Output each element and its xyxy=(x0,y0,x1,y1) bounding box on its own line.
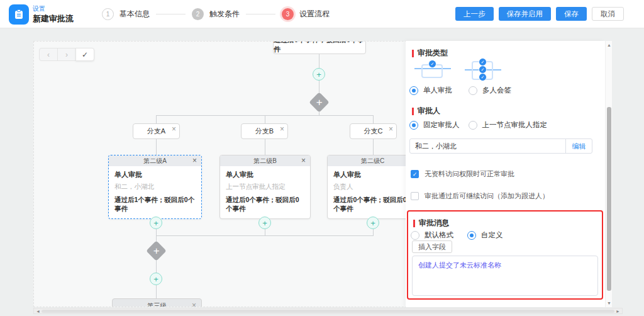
checkbox-no-permission[interactable]: ✓ xyxy=(411,170,419,178)
plus-icon: + xyxy=(153,245,160,256)
step-connector xyxy=(156,14,186,14)
checkbox-continue-access[interactable] xyxy=(411,192,419,200)
section-title-text: 审批类型 xyxy=(418,48,448,59)
flow-line xyxy=(156,285,157,298)
scrollbar-thumb[interactable] xyxy=(607,107,611,291)
card-title: 第二级A xyxy=(143,157,167,166)
step-2-label: 触发条件 xyxy=(209,9,240,20)
plus-icon: + xyxy=(153,275,158,283)
root-event-node[interactable]: 通过后0个事件；驳回后0个事件 xyxy=(273,41,366,54)
branch-node-a[interactable]: 分支A × xyxy=(133,123,180,139)
add-node-button[interactable]: + xyxy=(313,68,325,81)
approval-type-icons: ✓ ✓ ✓ ✓ xyxy=(414,59,501,82)
card-body: 单人审批 上一节点审批人指定 通过后0个事件；驳回后0个事件 xyxy=(220,166,310,218)
scroll-right-icon[interactable]: ► xyxy=(616,308,620,314)
close-icon[interactable]: × xyxy=(389,125,393,133)
flow-line xyxy=(156,139,157,155)
card-header: 第二级A × xyxy=(109,155,201,166)
third-level-node[interactable]: 第三级 × xyxy=(112,298,202,307)
undo-button[interactable]: ‹ xyxy=(39,48,58,61)
radio-single-approval[interactable] xyxy=(409,86,418,95)
close-icon[interactable]: × xyxy=(192,157,197,164)
canvas-horizontal-scrollbar[interactable]: ◄ ► xyxy=(33,308,623,314)
check-icon: ✓ xyxy=(82,50,88,59)
branch-node-b[interactable]: 分支B × xyxy=(241,123,288,139)
approval-card-a[interactable]: 第二级A × 单人审批 和二，小湖北 通过后1个事件；驳回后0个事件 xyxy=(108,155,202,219)
scrollbar-thumb[interactable] xyxy=(42,310,614,313)
card-title: 第二级B xyxy=(253,157,277,166)
close-icon[interactable]: × xyxy=(192,302,196,307)
add-node-button[interactable]: + xyxy=(258,217,271,229)
checkbox-label[interactable]: 审批通过后可继续访问（添加为跟进人） xyxy=(425,191,549,201)
radio-multi-approval[interactable] xyxy=(469,86,477,95)
approval-card-b[interactable]: 第二级B × 单人审批 上一节点审批人指定 通过后0个事件；驳回后0个事件 xyxy=(219,155,311,219)
approval-card-c[interactable]: 第二级C 单人审批 负责人 通过后0个事件；驳回后0个事件 xyxy=(327,155,418,219)
radio-label[interactable]: 单人审批 xyxy=(423,86,452,95)
radio-fixed-approver[interactable] xyxy=(409,121,418,130)
scroll-left-icon[interactable]: ◄ xyxy=(36,308,40,314)
step-2[interactable]: 2 触发条件 xyxy=(192,8,240,20)
checkbox-label[interactable]: 无资料访问权限时可正常审批 xyxy=(425,169,514,179)
add-node-button[interactable]: + xyxy=(150,217,162,229)
flow-line xyxy=(319,54,319,68)
flow-line xyxy=(265,229,265,235)
check-icon: ✓ xyxy=(413,171,418,178)
section-title-text: 审批人 xyxy=(418,106,440,116)
panel-vertical-scrollbar[interactable]: ▲ ▼ xyxy=(605,41,612,307)
flow-line xyxy=(156,115,157,123)
plus-icon: + xyxy=(370,219,375,227)
message-format-options: 默认格式 自定义 xyxy=(411,230,503,240)
plus-icon: + xyxy=(316,71,321,79)
flow-line xyxy=(265,115,265,123)
card-events: 通过后1个事件；驳回后0个事件 xyxy=(114,196,196,213)
card-type: 单人审批 xyxy=(333,170,412,179)
single-approval-icon: ✓ xyxy=(414,59,451,82)
step-1[interactable]: 1 基本信息 xyxy=(102,8,150,20)
node-settings-panel: 审批类型 ✓ ✓ ✓ ✓ 单人审批 多人会签 审批人 固定审批人 上一节点审批人… xyxy=(406,41,605,307)
message-textarea[interactable]: 创建人提交了未云标准名称 xyxy=(412,256,598,296)
card-approver: 和二，小湖北 xyxy=(114,183,196,191)
page-title: 新建审批流 xyxy=(33,13,74,25)
scroll-down-icon[interactable]: ▼ xyxy=(606,301,613,305)
close-icon[interactable]: × xyxy=(280,125,284,133)
cancel-button[interactable]: 取消 xyxy=(592,7,624,21)
radio-label[interactable]: 上一节点审批人指定 xyxy=(482,120,548,130)
step-3[interactable]: 3 设置流程 xyxy=(282,8,330,20)
insert-field-button[interactable]: 插入字段 xyxy=(412,240,452,253)
radio-prev-node-approver[interactable] xyxy=(469,121,477,130)
close-icon[interactable]: × xyxy=(172,125,176,133)
condition-split-node[interactable]: + xyxy=(309,92,330,113)
required-marker xyxy=(413,220,415,227)
flow-line xyxy=(156,235,374,236)
scroll-up-icon[interactable]: ▲ xyxy=(606,43,613,47)
clipboard-icon xyxy=(13,9,25,20)
approver-value: 和二，小湖北 xyxy=(410,142,565,151)
step-1-label: 基本信息 xyxy=(119,9,150,20)
save-enable-button[interactable]: 保存并启用 xyxy=(499,7,552,21)
prev-step-button[interactable]: 上一步 xyxy=(455,7,494,21)
validate-button[interactable]: ✓ xyxy=(75,48,94,61)
flow-line xyxy=(156,259,157,273)
redo-button[interactable]: › xyxy=(57,48,76,61)
card-header: 第二级B × xyxy=(220,155,310,166)
card-events: 通过后0个事件；驳回后0个事件 xyxy=(333,196,412,213)
radio-label[interactable]: 自定义 xyxy=(481,230,503,240)
radio-label[interactable]: 默认格式 xyxy=(425,230,453,240)
radio-label[interactable]: 固定审批人 xyxy=(423,120,460,130)
card-type: 单人审批 xyxy=(226,170,304,179)
approver-options: 固定审批人 上一节点审批人指定 xyxy=(409,120,547,130)
radio-custom-format[interactable] xyxy=(467,231,476,240)
close-icon[interactable]: × xyxy=(301,157,306,164)
card-header: 第二级C xyxy=(328,155,418,166)
branch-node-c[interactable]: 分支C × xyxy=(350,123,397,139)
chevron-left-icon: ‹ xyxy=(47,50,50,59)
radio-default-format[interactable] xyxy=(411,231,419,240)
radio-label[interactable]: 多人会签 xyxy=(482,86,511,95)
save-button[interactable]: 保存 xyxy=(556,7,587,21)
condition-merge-node[interactable]: + xyxy=(146,240,167,261)
step-indicator: 1 基本信息 2 触发条件 3 设置流程 xyxy=(102,0,330,28)
approver-input[interactable]: 和二，小湖北 编辑 xyxy=(409,138,592,154)
add-node-button[interactable]: + xyxy=(367,217,379,229)
add-node-button[interactable]: + xyxy=(150,273,162,285)
edit-approver-button[interactable]: 编辑 xyxy=(565,139,592,153)
